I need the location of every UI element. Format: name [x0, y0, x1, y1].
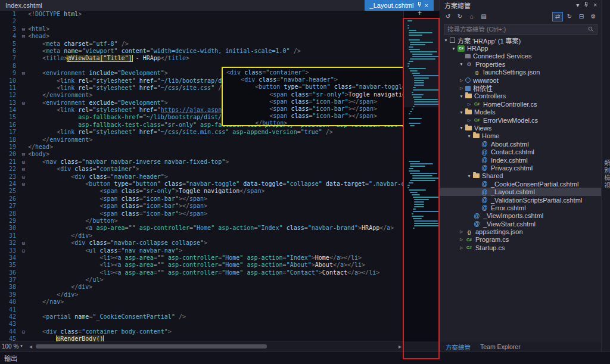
back-icon[interactable]: ↺	[443, 12, 453, 21]
keep-open-pin-icon[interactable]	[417, 2, 422, 9]
expanded-arrow-icon[interactable]: ▼	[443, 38, 449, 42]
expanded-arrow-icon[interactable]: ▼	[466, 174, 472, 178]
code-line[interactable]: 6 <meta name="viewport" content="width=d…	[0, 48, 403, 55]
tree-item[interactable]: ▷C#ErrorViewModel.cs	[440, 116, 601, 124]
refresh-icon[interactable]: ↻	[564, 12, 575, 21]
code-line[interactable]: 38 </div>	[0, 284, 403, 291]
code-line[interactable]: 43	[0, 321, 403, 328]
code-line[interactable]: 5 <meta charset="utf-8" />	[0, 41, 403, 48]
home-icon[interactable]: ⌂	[466, 12, 477, 21]
collapsed-arrow-icon[interactable]: ▷	[466, 118, 472, 123]
panel-tab-solution-explorer[interactable]: 方案總管	[446, 343, 471, 351]
tab-layout-cshtml-preview[interactable]: _Layout.cshtml ×	[365, 0, 434, 11]
code-line[interactable]: <span class="icon-bar"></span>	[226, 113, 403, 120]
scrollbar-thumb[interactable]	[36, 344, 267, 349]
code-line[interactable]: 31 </div>	[0, 232, 403, 239]
code-line[interactable]: 28 <span class="icon-bar"></span>	[0, 210, 403, 217]
fold-marker-icon[interactable]: ⊟	[19, 33, 28, 40]
tree-item[interactable]: {}launchSettings.json	[440, 69, 601, 76]
tree-item[interactable]: Connected Services	[440, 52, 601, 60]
show-all-files-icon[interactable]: ▤	[478, 12, 489, 21]
tab-index-cshtml[interactable]: Index.cshtml	[0, 0, 48, 11]
close-tab-icon[interactable]: ×	[425, 2, 428, 9]
code-line[interactable]: 30 <a asp-area="" asp-controller="Home" …	[0, 225, 403, 232]
code-line[interactable]: <div class="navbar-header">	[226, 76, 403, 83]
properties-icon[interactable]: ⚙	[588, 12, 599, 21]
output-tab[interactable]: 輸出	[4, 353, 17, 363]
fold-marker-icon[interactable]: ⊟	[19, 328, 28, 335]
fold-marker-icon[interactable]: ⊟	[19, 158, 28, 166]
code-line[interactable]: <span class="icon-bar"></span>	[226, 98, 403, 105]
tree-item[interactable]: ▼C#HRApp	[440, 44, 601, 52]
fold-marker-icon[interactable]: ⊟	[19, 26, 28, 33]
tree-item[interactable]: ▼Models	[440, 108, 601, 116]
tree-item[interactable]: ▷相依性	[440, 84, 601, 92]
fold-marker-icon[interactable]: ⊟	[19, 70, 28, 77]
fold-marker-icon[interactable]: ⊟	[19, 166, 28, 173]
tree-item[interactable]: ▼方案 'HRApp' (1 專案)	[440, 36, 601, 44]
tree-item[interactable]: @Privacy.cshtml	[440, 164, 601, 172]
editor-horizontal-scrollbar[interactable]: 100 % ▾ ◂ ▸	[0, 341, 403, 350]
fold-marker-icon[interactable]: ⊟	[19, 151, 28, 158]
code-line[interactable]: 26 <span class="icon-bar"></span>	[0, 195, 403, 203]
code-line[interactable]: 2	[0, 18, 403, 25]
collapsed-arrow-icon[interactable]: ▷	[458, 229, 465, 234]
solution-explorer-header[interactable]: 方案總管 ▾ ×	[440, 0, 601, 10]
expanded-arrow-icon[interactable]: ▼	[458, 126, 465, 130]
code-line[interactable]: 42 <partial name="_CookieConsentPartial"…	[0, 313, 403, 321]
tree-item[interactable]: @_Layout.cshtml	[440, 188, 601, 195]
code-line[interactable]: <button type="button" class="navbar-togg…	[226, 83, 403, 91]
sync-with-active-document-icon[interactable]: ⇄	[552, 12, 563, 21]
tree-item[interactable]: ▷C#Startup.cs	[440, 244, 601, 251]
expanded-arrow-icon[interactable]: ▼	[458, 94, 465, 98]
scroll-left-icon[interactable]: ◂	[29, 343, 32, 350]
fold-marker-icon[interactable]: ⊟	[19, 173, 28, 181]
expanded-arrow-icon[interactable]: ▼	[450, 46, 457, 51]
tree-item[interactable]: @Error.cshtml	[440, 204, 601, 211]
code-line[interactable]: 33⊟ <ul class="nav navbar-nav">	[0, 247, 403, 254]
search-input[interactable]	[447, 26, 588, 33]
tree-item[interactable]: ▷C#Program.cs	[440, 236, 601, 244]
code-line[interactable]: 41	[0, 306, 403, 313]
pin-icon[interactable]	[584, 2, 589, 9]
code-line[interactable]: 24⊟ <button type="button" class="navbar-…	[0, 181, 403, 188]
code-line[interactable]: 19</head>	[0, 144, 403, 151]
scroll-right-icon[interactable]: ▸	[399, 343, 402, 350]
code-line[interactable]: 21⊟ <nav class="navbar navbar-inverse na…	[0, 158, 403, 166]
code-editor[interactable]: 1<!DOCTYPE html>23⊟<html>4⊟<head>5 <meta…	[0, 11, 403, 341]
fold-marker-icon[interactable]: ⊟	[19, 247, 28, 254]
tree-item[interactable]: ▷{}appsettings.json	[440, 228, 601, 235]
code-line[interactable]: 18 </environment>	[0, 136, 403, 144]
tree-item[interactable]: ▼Views	[440, 124, 601, 132]
code-line[interactable]: 29 </button>	[0, 217, 403, 225]
collapsed-arrow-icon[interactable]: ▷	[458, 237, 465, 242]
zoom-control[interactable]: 100 % ▾	[2, 343, 27, 350]
code-line[interactable]: 40 </nav>	[0, 298, 403, 306]
expanded-arrow-icon[interactable]: ▼	[458, 110, 465, 114]
code-line[interactable]: </button>	[226, 120, 403, 126]
collapsed-arrow-icon[interactable]: ▷	[458, 78, 465, 83]
collapsed-arrow-icon[interactable]: ▷	[458, 245, 465, 250]
code-line[interactable]: <div class="container">	[226, 69, 403, 76]
code-line[interactable]: 36 <li><a asp-area="" asp-controller="Ho…	[0, 269, 403, 276]
code-line[interactable]: 17 <link rel="stylesheet" href="~/css/si…	[0, 129, 403, 136]
panel-tab-team-explorer[interactable]: Team Explorer	[480, 343, 521, 350]
code-line[interactable]: 44⊟ <div class="container body-content">	[0, 328, 403, 335]
tree-item[interactable]: @Contact.cshtml	[440, 148, 601, 155]
window-position-icon[interactable]: ▾	[576, 2, 579, 8]
code-line[interactable]: 4⊟<head>	[0, 33, 403, 40]
code-line[interactable]: 1<!DOCTYPE html>	[0, 11, 403, 18]
auto-hide-tab-class-view[interactable]: 類別檢視	[603, 160, 610, 189]
close-panel-icon[interactable]: ×	[593, 2, 597, 8]
code-line[interactable]: 25 <span class="sr-only">Toggle navigati…	[0, 188, 403, 195]
forward-icon[interactable]: ↻	[455, 12, 465, 21]
code-line[interactable]: 37 </ul>	[0, 276, 403, 284]
code-line[interactable]: 34 <li><a asp-area="" asp-controller="Ho…	[0, 254, 403, 262]
code-line[interactable]: 3⊟<html>	[0, 26, 403, 33]
tree-item[interactable]: ▷C#HomeController.cs	[440, 100, 601, 108]
tree-item[interactable]: @_ValidationScriptsPartial.cshtml	[440, 196, 601, 204]
code-line[interactable]: 23⊟ <div class="navbar-header">	[0, 173, 403, 181]
fold-marker-icon[interactable]: ⊟	[19, 181, 28, 188]
tree-item[interactable]: @_ViewStart.cshtml	[440, 220, 601, 228]
tree-item[interactable]: ▼⚙Properties	[440, 60, 601, 68]
